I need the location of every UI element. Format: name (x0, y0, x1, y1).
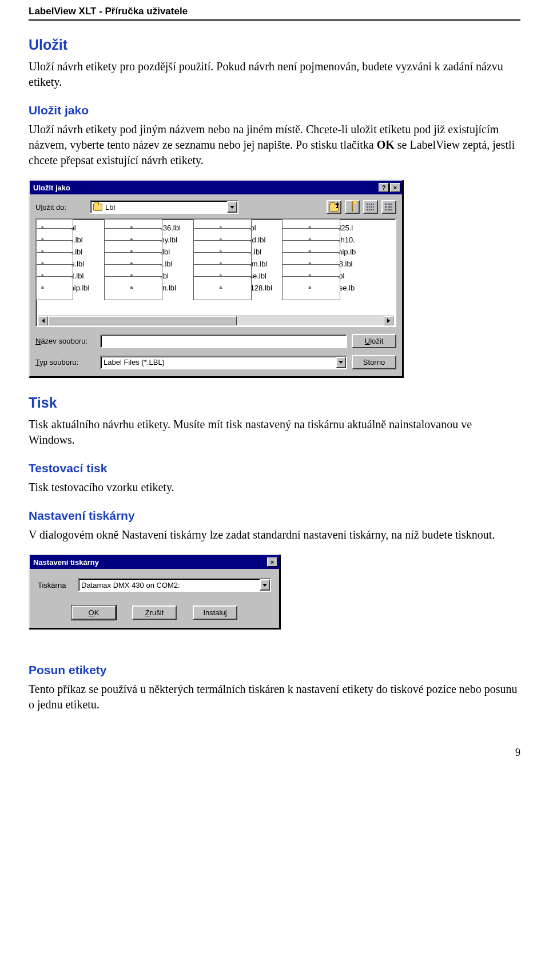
close-button[interactable]: × (390, 183, 400, 192)
section-testprint-title: Testovací tisk (29, 461, 520, 475)
close-icon: × (393, 185, 397, 191)
doc-header: LabelView XLT - Příručka uživatele (29, 0, 520, 21)
new-folder-icon: ✶ (352, 203, 353, 212)
filetype-label: Typ souboru: (35, 358, 96, 366)
list-view-button[interactable] (363, 200, 378, 214)
close-button[interactable]: × (267, 557, 277, 567)
details-icon (385, 204, 393, 210)
new-folder-button[interactable]: ✶ (345, 200, 360, 214)
combo-drop-button[interactable] (227, 201, 237, 213)
label-file-icon: a (307, 284, 316, 293)
details-view-button[interactable] (381, 200, 396, 214)
printer-drop-button[interactable] (260, 579, 270, 591)
arrow-left-icon (42, 318, 45, 323)
label-file-icon: a (218, 284, 227, 293)
svg-rect-2 (367, 209, 368, 210)
section-save-title: Uložit (29, 37, 520, 53)
save-in-label: Uložit do: (35, 203, 90, 212)
close-icon: × (270, 559, 274, 565)
scroll-thumb[interactable] (48, 316, 237, 325)
horizontal-scrollbar[interactable] (38, 316, 394, 326)
question-icon: ? (382, 185, 386, 191)
svg-rect-12 (385, 204, 387, 205)
ok-button[interactable]: OK (71, 605, 116, 620)
cancel-button[interactable]: Zrušit (132, 605, 177, 620)
arrow-right-icon (387, 318, 390, 323)
chevron-down-icon (339, 361, 343, 364)
svg-rect-13 (385, 206, 387, 208)
save-in-value: Lbl (105, 203, 115, 212)
list-icon (367, 204, 375, 210)
filetype-value: Label Files (*.LBL) (104, 358, 165, 366)
help-button[interactable]: ? (379, 183, 389, 192)
filename-label: Název souboru: (35, 337, 96, 345)
section-labelshift-body: Tento příkaz se používá u některých term… (29, 682, 520, 712)
file-list-pane[interactable]: aAiag.lblaCoffee.lblaDbase.lblaEatons.lb… (35, 218, 396, 327)
chevron-down-icon (262, 584, 267, 587)
cancel-button[interactable]: Storno (352, 355, 396, 369)
section-testprint-body: Tisk testovacího vzorku etikety. (29, 480, 520, 495)
save-button[interactable]: Uložit (352, 334, 396, 348)
section-labelshift-title: Posun etikety (29, 663, 520, 677)
svg-rect-3 (371, 204, 372, 205)
install-button[interactable]: Instaluj (193, 605, 237, 620)
scroll-track[interactable] (48, 316, 384, 325)
scroll-left-button[interactable] (38, 316, 48, 325)
saveas-body-ok: OK (377, 138, 395, 151)
printer-settings-dialog: Nastavení tiskárny × Tiskárna Datamax DM… (29, 554, 280, 629)
section-save-body: Uloží návrh etikety pro pozdější použití… (29, 59, 520, 90)
up-one-level-button[interactable] (327, 200, 341, 214)
svg-rect-1 (367, 206, 368, 208)
saveas-titlebar[interactable]: Uložit jako ? × (30, 181, 402, 194)
section-print-body: Tisk aktuálního návrhu etikety. Musíte m… (29, 417, 520, 448)
chevron-down-icon (230, 206, 234, 209)
printersetup-title-text: Nastavení tiskárny (33, 558, 266, 567)
save-as-dialog: Uložit jako ? × Uložit do: Lbl (29, 180, 403, 377)
file-item[interactable]: atot_case.lb (305, 282, 394, 294)
section-saveas-body: Uloží návrh etikety pod jiným názvem neb… (29, 122, 520, 168)
scroll-right-button[interactable] (384, 316, 393, 325)
section-saveas-title: Uložit jako (29, 103, 520, 117)
printer-label: Tiskárna (38, 581, 72, 589)
svg-rect-0 (367, 204, 368, 205)
printersetup-titlebar[interactable]: Nastavení tiskárny × (30, 555, 279, 569)
filetype-combo[interactable]: Label Files (*.LBL) (100, 356, 347, 369)
filetype-drop-button[interactable] (336, 357, 346, 368)
section-print-title: Tisk (29, 395, 520, 411)
svg-rect-5 (371, 209, 372, 210)
label-file-icon: a (129, 284, 138, 293)
section-printersetup-title: Nastavení tiskárny (29, 509, 520, 523)
svg-rect-14 (385, 209, 387, 210)
saveas-title-text: Uložit jako (33, 184, 377, 192)
svg-rect-4 (371, 206, 372, 208)
save-in-combo[interactable]: Lbl (90, 200, 238, 214)
printer-value: Datamax DMX 430 on COM2: (81, 581, 180, 589)
up-folder-icon (329, 202, 339, 212)
printer-combo[interactable]: Datamax DMX 430 on COM2: (78, 578, 271, 592)
folder-icon (93, 204, 102, 211)
page-number: 9 (29, 747, 520, 759)
filename-input[interactable] (100, 334, 347, 348)
section-printersetup-body: V dialogovém okně Nastavení tiskárny lze… (29, 527, 520, 543)
label-file-icon: a (39, 284, 49, 293)
